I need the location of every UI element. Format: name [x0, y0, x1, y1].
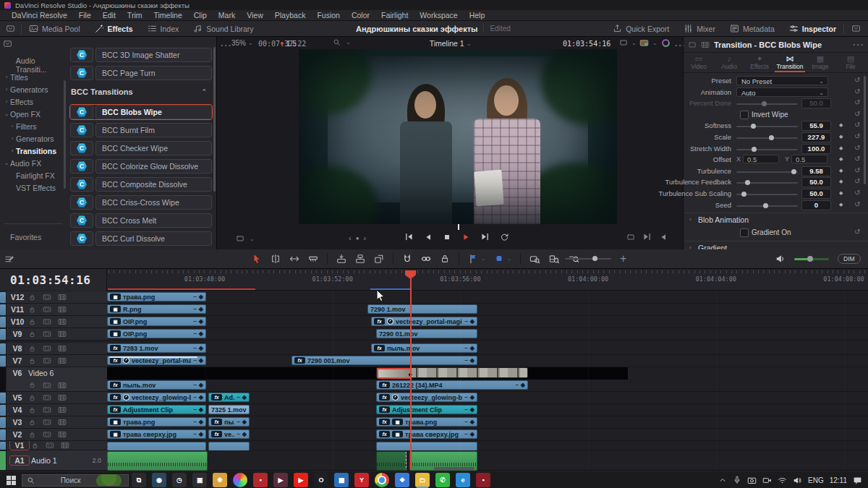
- reset-icon[interactable]: ↺: [854, 132, 860, 140]
- effects-section-header[interactable]: BCC Transitions⌃: [71, 84, 211, 100]
- sidebar-item-audio-fx[interactable]: ⌄Audio FX: [0, 157, 67, 169]
- index-button[interactable]: Index: [140, 21, 187, 36]
- slider-seed[interactable]: [736, 205, 798, 207]
- taskbar-app-task-view[interactable]: ⧉: [132, 473, 146, 487]
- keyframe-icon[interactable]: ◆: [839, 179, 843, 184]
- media-pool-button[interactable]: Media Pool: [22, 21, 88, 36]
- menu-item-trim[interactable]: Trim: [122, 11, 148, 20]
- value-turbulence[interactable]: 9.58: [801, 166, 831, 176]
- effect-item-bcc-3d-image-shatter[interactable]: CBCC 3D Image Shatter: [69, 47, 213, 63]
- timeline-clip-unnamed[interactable]: [107, 442, 206, 450]
- panel-toggle-icon[interactable]: [3, 39, 12, 48]
- trim-edit-mode-icon[interactable]: [271, 254, 281, 264]
- reset-icon[interactable]: ↺: [854, 200, 860, 208]
- zoom-plus-icon[interactable]: +: [620, 252, 626, 265]
- reset-icon[interactable]: ↺: [854, 87, 860, 95]
- effect-item-bcc-cross-melt[interactable]: CBCC Cross Melt: [69, 213, 213, 228]
- track-lane-v7[interactable]: fxvecteezy_portal-magi...~◆fx7290 001.mo…: [107, 355, 868, 367]
- sidebar-item-open-fx[interactable]: ⌄Open FX: [0, 108, 67, 120]
- sidebar-item-generators[interactable]: ›Generators: [0, 132, 67, 145]
- track-header-v6[interactable]: V6Video 6: [7, 367, 107, 392]
- value-turbulence-feedback[interactable]: 50.0: [801, 177, 831, 187]
- sidebar-item-generators[interactable]: ›Generators: [0, 83, 67, 95]
- timeline-clip-adjustment-clip[interactable]: fxAdjustment Clip~◆: [107, 405, 206, 414]
- menu-item-file[interactable]: File: [73, 11, 97, 20]
- sidebar-item-favorites[interactable]: Favorites: [0, 231, 41, 243]
- zoom-slider-thumb[interactable]: [592, 256, 597, 261]
- lock-track-icon[interactable]: [28, 294, 36, 301]
- checkbox-invert-wipe[interactable]: [740, 111, 749, 119]
- flag-icon[interactable]: [468, 254, 478, 264]
- slider-thumb[interactable]: [762, 101, 767, 106]
- slider-thumb[interactable]: [769, 135, 774, 140]
- dim-button[interactable]: DIM: [838, 254, 861, 264]
- slider-thumb[interactable]: [752, 147, 757, 152]
- auto-select-icon[interactable]: [43, 430, 51, 439]
- inspector-scrollbar[interactable]: [864, 76, 866, 184]
- reset-icon[interactable]: ↺: [854, 121, 860, 129]
- filmstrip-icon[interactable]: [61, 441, 69, 450]
- track-header-v12[interactable]: V12: [7, 291, 107, 304]
- quick-export-button[interactable]: Quick Export: [605, 21, 676, 36]
- slider-turbulence-feedback[interactable]: [736, 182, 798, 184]
- insert-clip-icon[interactable]: [336, 254, 346, 264]
- slider-thumb[interactable]: [763, 203, 768, 208]
- y-value[interactable]: 0.5: [791, 155, 827, 163]
- taskbar-app-whatsapp[interactable]: ✆: [435, 473, 450, 487]
- menu-item-mark[interactable]: Mark: [213, 11, 241, 20]
- tab-audio[interactable]: ♪Audio: [714, 53, 744, 72]
- slider-thumb[interactable]: [791, 169, 796, 174]
- timeline-clip-adjustment-clip[interactable]: fxAdjustment Clip~◆: [376, 405, 477, 414]
- sidebar-item-fairlight-fx[interactable]: Fairlight FX: [0, 169, 67, 181]
- reset-icon[interactable]: ↺: [854, 98, 860, 106]
- timeline-clip-трава-png[interactable]: ▣трава.png~◆: [107, 292, 206, 301]
- timeline-clip-oip-png[interactable]: ▣OIP.png~◆: [107, 317, 206, 326]
- timeline-horizontal-scrollbar[interactable]: [434, 467, 475, 470]
- reset-icon[interactable]: ↺: [854, 177, 860, 185]
- auto-select-icon[interactable]: [43, 406, 51, 414]
- viewer-lut-select[interactable]: ⌄: [639, 38, 658, 48]
- track-id[interactable]: V1: [9, 441, 30, 450]
- keyframe-icon[interactable]: ◆: [839, 156, 843, 162]
- taskbar-app-davinci-resolve[interactable]: [233, 473, 247, 487]
- menu-item-edit[interactable]: Edit: [97, 11, 122, 20]
- screen-record-icon[interactable]: [747, 476, 757, 485]
- keyframe-icon[interactable]: ◆: [839, 202, 843, 207]
- track-lane-v10[interactable]: ▣OIP.png~◆fxvecteezy_portal-magic-e...~◆: [107, 316, 868, 328]
- trim-selection[interactable]: ◆: [377, 368, 412, 379]
- auto-select-icon[interactable]: [46, 441, 54, 450]
- tab-file[interactable]: ▤File: [835, 53, 866, 72]
- taskbar-app-photos-blue[interactable]: ❖: [395, 473, 409, 487]
- filmstrip-icon[interactable]: [58, 356, 67, 365]
- timeline-clip-oip-png[interactable]: ▣OIP.png~◆: [107, 329, 206, 338]
- tab-transition[interactable]: ⋈Transition: [775, 53, 805, 72]
- viewer-safe-area-select[interactable]: ⌄: [236, 234, 255, 243]
- notification-icon[interactable]: [853, 476, 862, 485]
- razor-tool-icon[interactable]: [308, 254, 318, 264]
- taskbar-app-youtube[interactable]: ▶: [294, 473, 308, 487]
- clock[interactable]: 12:11: [830, 476, 847, 484]
- dynamic-trim-mode-icon[interactable]: [289, 254, 299, 264]
- auto-select-icon[interactable]: [43, 317, 51, 326]
- track-header-a1[interactable]: A1Audio 12.0: [7, 450, 107, 471]
- timeline-clip-261222-34-mp4[interactable]: fx261222 (34).MP4~◆: [376, 380, 528, 390]
- taskbar-app-adobe-app[interactable]: ▪: [253, 473, 268, 487]
- value-scale[interactable]: 227.9: [801, 132, 831, 142]
- keyframe-icon[interactable]: ◆: [839, 134, 843, 140]
- viewer-options-icon[interactable]: ⋯: [220, 38, 231, 52]
- reset-icon[interactable]: ↺: [854, 189, 860, 197]
- keyframe-icon[interactable]: ◆: [839, 145, 843, 151]
- taskbar-app-file-explorer[interactable]: 🗀: [415, 473, 430, 487]
- last-frame-button[interactable]: [480, 232, 490, 241]
- selection-mode-icon[interactable]: [252, 254, 262, 264]
- timeline-clip-7290-001-mov[interactable]: fx7290 001.mov~◆: [292, 356, 477, 365]
- volume-thumb[interactable]: [807, 256, 813, 262]
- keyframe-icon[interactable]: ◆: [839, 190, 843, 196]
- value-softness[interactable]: 55.9: [801, 121, 831, 131]
- lock-track-icon[interactable]: [28, 345, 36, 353]
- auto-select-icon[interactable]: [43, 381, 51, 390]
- track-lane-v6[interactable]: ◆fxпыль.mov~◆fx261222 (34).MP4~◆: [107, 367, 868, 392]
- metadata-button[interactable]: Metadata: [723, 21, 782, 36]
- sidebar-item-transitions[interactable]: ›Transitions: [0, 145, 67, 157]
- track-lane-v11[interactable]: ▣R.png~◆7290 1.mov: [107, 304, 868, 316]
